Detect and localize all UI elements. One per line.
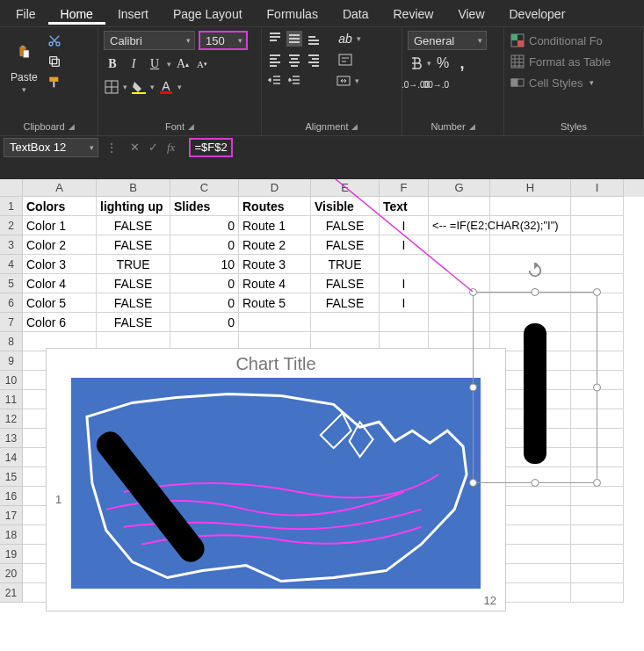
select-all-corner[interactable] bbox=[0, 179, 23, 197]
col-header[interactable]: I bbox=[571, 179, 624, 197]
cell[interactable]: <-- =IF(E2;CHAR(32);"I") bbox=[429, 216, 490, 235]
resize-handle[interactable] bbox=[532, 288, 539, 296]
cancel-formula-icon[interactable]: ✕ bbox=[130, 141, 140, 154]
cut-icon[interactable] bbox=[47, 33, 62, 48]
dialog-launcher-icon[interactable]: ◢ bbox=[469, 122, 475, 131]
dialog-launcher-icon[interactable]: ◢ bbox=[188, 122, 194, 131]
row-header[interactable]: 5 bbox=[0, 274, 23, 293]
row-header[interactable]: 2 bbox=[0, 216, 23, 235]
align-left-icon[interactable] bbox=[267, 52, 283, 68]
col-header[interactable]: G bbox=[429, 179, 490, 197]
cell[interactable] bbox=[490, 216, 571, 235]
format-as-table-button[interactable]: Format as Table bbox=[510, 54, 611, 69]
font-size-combo[interactable]: 150▾ bbox=[199, 31, 248, 50]
cell[interactable]: Text bbox=[380, 197, 429, 216]
cell[interactable]: Colors bbox=[23, 197, 97, 216]
cell[interactable]: FALSE bbox=[311, 235, 380, 255]
cell[interactable] bbox=[380, 255, 429, 274]
bold-button[interactable]: B bbox=[104, 55, 121, 73]
cell[interactable] bbox=[571, 564, 624, 583]
col-header[interactable]: A bbox=[23, 179, 97, 197]
col-header[interactable]: E bbox=[311, 179, 380, 197]
cell[interactable] bbox=[429, 255, 490, 274]
cell[interactable]: I bbox=[380, 235, 429, 255]
col-header[interactable]: C bbox=[170, 179, 239, 197]
fx-icon[interactable]: fx bbox=[167, 141, 175, 155]
resize-handle[interactable] bbox=[532, 479, 539, 487]
italic-button[interactable]: I bbox=[125, 55, 142, 73]
cell[interactable] bbox=[571, 525, 624, 545]
resize-handle[interactable] bbox=[469, 479, 477, 487]
col-header[interactable]: B bbox=[97, 179, 170, 197]
borders-icon[interactable] bbox=[104, 79, 119, 95]
cell[interactable]: Routes bbox=[239, 197, 311, 216]
decrease-font-icon[interactable]: A▾ bbox=[194, 56, 210, 72]
accept-formula-icon[interactable]: ✓ bbox=[148, 141, 158, 154]
wrap-text-icon[interactable] bbox=[337, 52, 353, 68]
cell[interactable]: Route 2 bbox=[239, 235, 311, 255]
font-color-icon[interactable]: A bbox=[158, 78, 174, 96]
tab-data[interactable]: Data bbox=[330, 2, 381, 25]
resize-handle[interactable] bbox=[469, 288, 477, 296]
row-header[interactable]: 11 bbox=[0, 390, 23, 409]
cell[interactable]: 0 bbox=[170, 274, 239, 293]
rotate-handle-icon[interactable] bbox=[527, 263, 543, 278]
cell[interactable] bbox=[490, 235, 571, 255]
cell[interactable]: FALSE bbox=[311, 216, 380, 235]
align-center-icon[interactable] bbox=[286, 52, 302, 68]
cell[interactable]: Slides bbox=[170, 197, 239, 216]
tab-review[interactable]: Review bbox=[381, 2, 446, 25]
cell[interactable] bbox=[571, 216, 624, 235]
cell[interactable] bbox=[429, 197, 490, 216]
resize-handle[interactable] bbox=[593, 479, 601, 487]
options-icon[interactable]: ⋮ bbox=[104, 140, 119, 156]
merge-center-icon[interactable] bbox=[336, 73, 351, 89]
copy-icon[interactable] bbox=[47, 54, 62, 69]
align-middle-icon[interactable] bbox=[286, 31, 302, 47]
cell[interactable]: 0 bbox=[170, 293, 239, 313]
orientation-icon[interactable]: ab bbox=[337, 31, 353, 47]
cell[interactable] bbox=[571, 545, 624, 564]
cell[interactable]: FALSE bbox=[97, 235, 170, 255]
align-top-icon[interactable] bbox=[267, 31, 283, 47]
number-format-combo[interactable]: General▾ bbox=[408, 31, 487, 50]
row-header[interactable]: 17 bbox=[0, 506, 23, 525]
underline-button[interactable]: U bbox=[146, 55, 163, 73]
cell[interactable]: I bbox=[380, 216, 429, 235]
cell[interactable]: lighting up bbox=[97, 197, 170, 216]
cell[interactable]: 0 bbox=[170, 216, 239, 235]
cell[interactable]: I bbox=[380, 274, 429, 293]
row-header[interactable]: 20 bbox=[0, 564, 23, 583]
plot-area[interactable] bbox=[71, 378, 481, 589]
cell[interactable]: TRUE bbox=[97, 255, 170, 274]
comma-icon[interactable]: , bbox=[454, 55, 470, 71]
cell[interactable]: FALSE bbox=[311, 293, 380, 313]
dialog-launcher-icon[interactable]: ◢ bbox=[69, 122, 75, 131]
accounting-format-icon[interactable] bbox=[408, 55, 423, 71]
cell[interactable]: Route 5 bbox=[239, 293, 311, 313]
cell[interactable]: Color 1 bbox=[23, 216, 97, 235]
fill-color-icon[interactable] bbox=[131, 79, 147, 95]
decrease-indent-icon[interactable] bbox=[267, 73, 283, 89]
conditional-formatting-button[interactable]: Conditional Fo bbox=[510, 33, 603, 48]
cell[interactable]: Color 5 bbox=[23, 293, 97, 313]
cell[interactable] bbox=[571, 197, 624, 216]
row-header[interactable]: 14 bbox=[0, 448, 23, 467]
cell[interactable]: Route 4 bbox=[239, 274, 311, 293]
cell[interactable] bbox=[311, 313, 380, 332]
row-header[interactable]: 18 bbox=[0, 525, 23, 545]
cell[interactable] bbox=[571, 235, 624, 255]
cell[interactable]: I bbox=[380, 293, 429, 313]
cell[interactable] bbox=[429, 235, 490, 255]
row-header[interactable]: 19 bbox=[0, 545, 23, 564]
tab-view[interactable]: View bbox=[445, 2, 496, 25]
cell[interactable]: FALSE bbox=[97, 216, 170, 235]
formula-input[interactable]: =$F$2 bbox=[185, 138, 640, 157]
align-right-icon[interactable] bbox=[306, 52, 322, 68]
cell[interactable]: 10 bbox=[170, 255, 239, 274]
row-header[interactable]: 4 bbox=[0, 255, 23, 274]
paste-button[interactable]: Paste ▾ bbox=[5, 31, 43, 98]
row-header[interactable]: 13 bbox=[0, 429, 23, 448]
cell[interactable] bbox=[380, 313, 429, 332]
embedded-chart[interactable]: Chart Title 1 12 bbox=[46, 348, 506, 611]
